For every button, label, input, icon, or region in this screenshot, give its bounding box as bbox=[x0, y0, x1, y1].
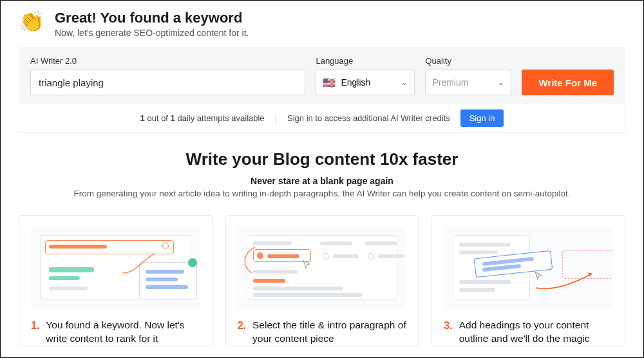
step-number: 2. bbox=[238, 319, 246, 333]
divider: | bbox=[275, 113, 277, 123]
keyword-input[interactable] bbox=[30, 70, 305, 95]
attempts-text: 1 out of 1 daily attempts available bbox=[140, 113, 265, 123]
hero-subtitle-2: From generating your next article idea t… bbox=[19, 189, 625, 198]
steps-row: 1. You found a keyword. Now let's write … bbox=[19, 215, 625, 346]
quality-select[interactable]: Premium ⌄ bbox=[425, 70, 511, 95]
language-label: Language bbox=[316, 56, 415, 66]
step-card-2: 2. Select the title & intro paragraph of… bbox=[225, 215, 419, 346]
chevron-down-icon: ⌄ bbox=[498, 78, 504, 87]
step-1-illustration bbox=[31, 226, 200, 310]
page-subtitle: Now, let's generate SEO-optimized conten… bbox=[55, 28, 249, 38]
hero-title: Write your Blog content 10x faster bbox=[19, 149, 625, 169]
language-selected: English bbox=[341, 77, 370, 88]
step-text: Select the title & intro paragraph of yo… bbox=[252, 319, 406, 346]
page-title: Great! You found a keyword bbox=[55, 10, 249, 26]
hero-section: Write your Blog content 10x faster Never… bbox=[19, 149, 625, 198]
step-text: You found a keyword. Now let's write con… bbox=[46, 319, 200, 346]
quality-label: Quality bbox=[425, 56, 511, 66]
hero-subtitle-1: Never stare at a blank page again bbox=[19, 176, 625, 186]
keyword-label: AI Writer 2.0 bbox=[30, 56, 305, 66]
write-for-me-button[interactable]: Write For Me bbox=[522, 70, 614, 95]
sign-in-button[interactable]: Sign in bbox=[460, 109, 504, 127]
step-2-illustration bbox=[238, 226, 407, 310]
page-header: 👏 Great! You found a keyword Now, let's … bbox=[19, 10, 625, 38]
step-card-1: 1. You found a keyword. Now let's write … bbox=[19, 215, 213, 346]
language-select[interactable]: 🇺🇸 English ⌄ bbox=[316, 70, 415, 95]
quality-placeholder: Premium bbox=[432, 77, 468, 88]
signin-message: Sign in to access additional AI Writer c… bbox=[287, 113, 450, 123]
chevron-down-icon: ⌄ bbox=[401, 78, 408, 87]
flag-icon: 🇺🇸 bbox=[323, 77, 336, 89]
clap-hands-icon: 👏 bbox=[19, 11, 44, 32]
step-number: 1. bbox=[31, 319, 39, 333]
step-card-3: 3. Add headings to your content outline … bbox=[431, 215, 625, 346]
step-text: Add headings to your content outline and… bbox=[459, 319, 613, 346]
step-number: 3. bbox=[444, 319, 452, 333]
attempts-bar: 1 out of 1 daily attempts available | Si… bbox=[19, 104, 625, 133]
writer-form: AI Writer 2.0 Language 🇺🇸 English ⌄ Qual… bbox=[19, 47, 625, 104]
step-3-illustration bbox=[444, 226, 613, 310]
